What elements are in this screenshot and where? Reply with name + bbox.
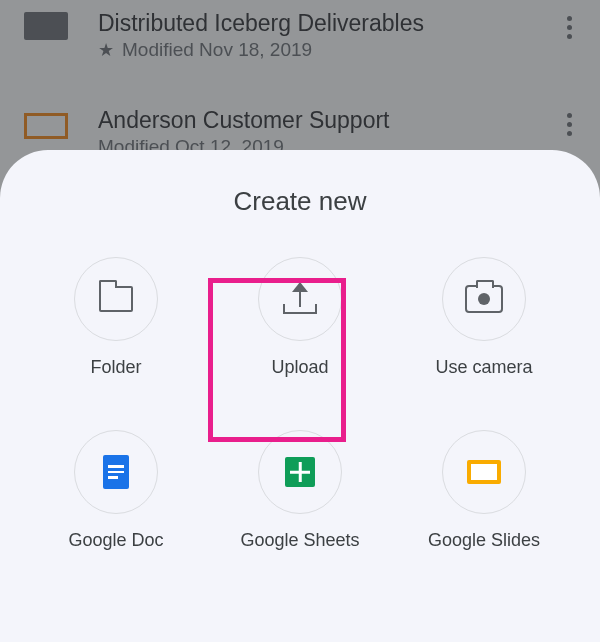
create-camera-option[interactable]: Use camera — [392, 257, 576, 378]
create-google-slides-option[interactable]: Google Slides — [392, 430, 576, 551]
google-slides-icon — [467, 460, 501, 484]
create-upload-option[interactable]: Upload — [208, 257, 392, 378]
google-sheets-icon — [285, 457, 315, 487]
option-label: Google Doc — [68, 530, 163, 551]
create-new-sheet: Create new Folder Upload Use camera Goog… — [0, 150, 600, 642]
option-label: Google Sheets — [240, 530, 359, 551]
google-doc-icon — [103, 455, 129, 489]
folder-icon — [99, 286, 133, 312]
option-label: Folder — [90, 357, 141, 378]
create-folder-option[interactable]: Folder — [24, 257, 208, 378]
sheet-title: Create new — [24, 186, 576, 217]
create-google-doc-option[interactable]: Google Doc — [24, 430, 208, 551]
option-label: Upload — [271, 357, 328, 378]
option-label: Google Slides — [428, 530, 540, 551]
upload-icon — [283, 284, 317, 314]
create-options-grid: Folder Upload Use camera Google Doc Goog… — [24, 257, 576, 551]
camera-icon — [465, 285, 503, 313]
create-google-sheets-option[interactable]: Google Sheets — [208, 430, 392, 551]
option-label: Use camera — [435, 357, 532, 378]
